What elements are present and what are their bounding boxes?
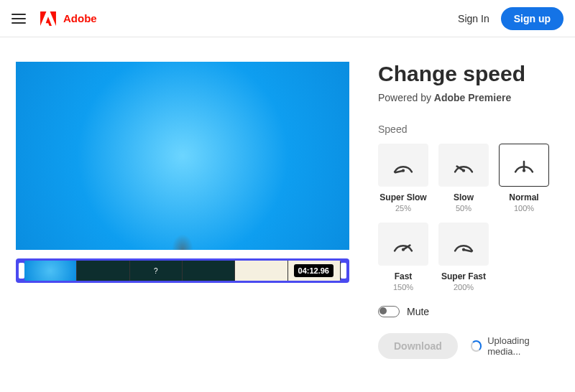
speed-option-normal[interactable]: Normal 100% [499,144,549,213]
main: ? 04:12.96 Change speed Powered by Adobe… [0,37,575,359]
page-title: Change speed [378,62,561,86]
mute-toggle[interactable] [378,306,400,317]
speed-name: Super Fast [441,271,486,281]
powered-product: Adobe Premiere [434,92,511,103]
header-left: Adobe [12,11,97,26]
timeline-thumb[interactable] [24,261,77,281]
menu-icon[interactable] [12,14,26,24]
brand[interactable]: Adobe [40,11,97,26]
svg-point-9 [462,248,465,251]
preview-artifact [172,234,193,250]
speed-name: Super Slow [380,192,426,202]
svg-point-5 [523,169,525,172]
svg-point-7 [402,248,405,251]
header-right: Sign In Sign up [458,7,564,30]
upload-status: Uploading media... [471,335,561,357]
timecode-badge: 04:12.96 [294,264,334,277]
footer-row: Download Uploading media... [378,333,561,359]
timeline-handle-right[interactable] [341,263,346,279]
gauge-icon [451,235,476,253]
speed-grid: Super Slow 25% Slow 50% [378,144,561,291]
signup-button[interactable]: Sign up [501,7,564,30]
speed-label: Speed [378,123,561,135]
mute-label: Mute [407,306,429,317]
signin-link[interactable]: Sign In [458,13,489,24]
gauge-icon [512,156,536,174]
speed-name: Normal [509,192,538,202]
download-button[interactable]: Download [378,333,458,359]
svg-point-3 [462,169,465,172]
powered-by: Powered by Adobe Premiere [378,92,561,103]
speed-pct: 100% [514,204,534,213]
powered-prefix: Powered by [378,92,434,103]
brand-name: Adobe [63,12,97,24]
adobe-logo-icon [40,11,56,26]
speed-option-fast[interactable]: Fast 150% [378,223,428,291]
speed-option-super-fast[interactable]: Super Fast 200% [438,223,489,291]
gauge-icon [391,235,415,253]
gauge-icon [391,156,415,174]
speed-pct: 150% [393,283,413,291]
timeline-thumb[interactable]: ? [130,261,183,281]
speed-pct: 200% [454,283,474,291]
timeline-handle-left[interactable] [19,263,24,279]
left-panel: ? 04:12.96 [16,62,349,359]
speed-option-slow[interactable]: Slow 50% [438,144,489,213]
mute-row: Mute [378,306,561,317]
timeline-thumb[interactable] [77,261,129,281]
spinner-icon [471,340,482,352]
gauge-icon [451,156,476,174]
timeline-thumb[interactable] [235,261,288,281]
video-preview[interactable] [16,62,349,250]
right-panel: Change speed Powered by Adobe Premiere S… [378,62,561,359]
upload-status-text: Uploading media... [487,335,561,357]
speed-pct: 25% [395,204,411,213]
timeline-thumb[interactable] [183,261,235,281]
toggle-knob [380,307,387,314]
speed-pct: 50% [456,204,472,213]
timeline[interactable]: ? 04:12.96 [16,258,349,283]
speed-name: Fast [395,271,413,281]
speed-option-super-slow[interactable]: Super Slow 25% [378,144,428,213]
app-header: Adobe Sign In Sign up [0,0,575,37]
speed-name: Slow [454,192,474,202]
svg-point-1 [402,169,405,172]
